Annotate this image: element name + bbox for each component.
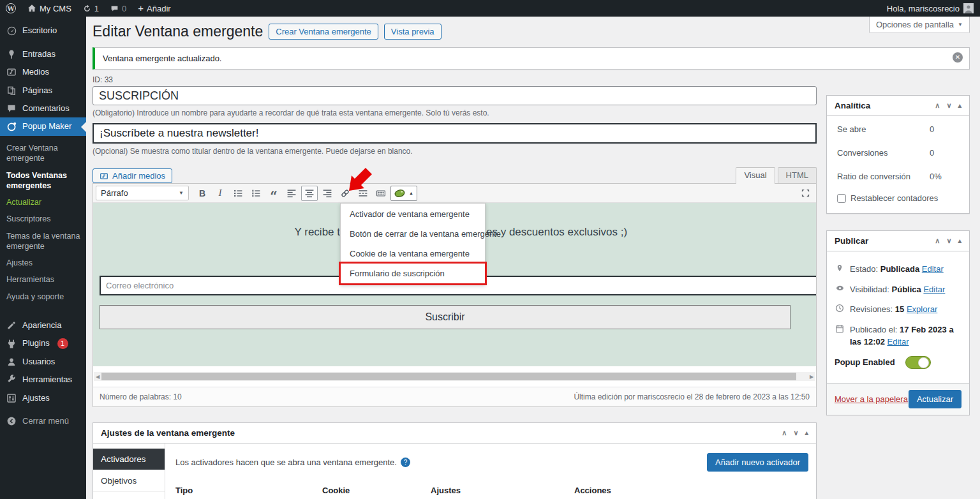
- new-content-menu[interactable]: + Añadir: [132, 0, 176, 17]
- column-ajustes: Ajustes: [431, 486, 574, 495]
- sidebar-item-label: Apariencia: [22, 320, 61, 331]
- sidebar-collapse-button[interactable]: Cerrar menú: [0, 412, 86, 430]
- tab-visual[interactable]: Visual: [736, 167, 775, 184]
- preview-button[interactable]: Vista previa: [384, 24, 442, 40]
- align-center-button[interactable]: [301, 186, 318, 201]
- move-down-icon[interactable]: ∨: [946, 237, 951, 245]
- move-down-icon[interactable]: ∨: [946, 101, 951, 110]
- numbered-list-button[interactable]: [248, 186, 264, 201]
- link-button[interactable]: [337, 186, 353, 201]
- tab-objetivos[interactable]: Objetivos: [93, 470, 165, 492]
- popup-name-input[interactable]: [93, 86, 817, 105]
- scrollbar-thumb[interactable]: [101, 373, 796, 380]
- sidebar-item-popup-maker[interactable]: Popup Maker: [0, 117, 86, 136]
- menu-item-cookie[interactable]: Cookie de la ventana emergente: [341, 244, 485, 264]
- move-to-trash-link[interactable]: Mover a la papelera: [835, 394, 908, 404]
- subscribe-button[interactable]: Suscribir: [100, 305, 791, 329]
- sidebar-item-plugins[interactable]: Plugins 1: [0, 334, 86, 353]
- submenu-todos-ventanas[interactable]: Todos Ventanas emergentes: [0, 167, 86, 195]
- menu-item-close-button[interactable]: Botón de cerrar de la ventana emergente: [341, 224, 485, 244]
- read-more-button[interactable]: [355, 186, 371, 201]
- align-right-button[interactable]: [319, 186, 336, 201]
- scroll-right-icon[interactable]: ▶: [808, 372, 815, 381]
- edit-visibility-link[interactable]: Editar: [923, 285, 945, 294]
- add-trigger-button[interactable]: Añadir nuevo activador: [707, 453, 808, 472]
- collapse-panel-icon[interactable]: ▴: [958, 101, 961, 110]
- submenu-ayuda[interactable]: Ayuda y soporte: [0, 288, 86, 305]
- update-button[interactable]: Actualizar: [909, 390, 961, 408]
- editor-mode-tabs: Visual HTML: [733, 167, 817, 183]
- horizontal-scrollbar[interactable]: ◀ ▶: [94, 372, 815, 381]
- scroll-left-icon[interactable]: ◀: [94, 372, 101, 381]
- publish-panel: Publicar ∧ ∨ ▴ Estado: Publicada Editar: [826, 230, 970, 415]
- italic-button[interactable]: I: [212, 186, 228, 201]
- sidebar-item-escritorio[interactable]: Escritorio: [0, 22, 86, 40]
- dismiss-notice-icon[interactable]: ✕: [953, 52, 963, 63]
- sidebar-item-comentarios[interactable]: Comentarios: [0, 100, 86, 117]
- paragraph-format-select[interactable]: Párrafo ▼: [96, 186, 189, 200]
- site-link[interactable]: My CMS: [22, 0, 77, 17]
- account-menu[interactable]: Hola, mariscosrecio: [880, 3, 980, 13]
- media-icon: [6, 67, 17, 77]
- update-icon: [83, 4, 91, 13]
- update-notice: Ventana emergente actualizado. ✕: [93, 47, 970, 70]
- toolbar-toggle-button[interactable]: [373, 186, 389, 201]
- sidebar-item-paginas[interactable]: Páginas: [0, 82, 86, 100]
- sidebar-item-label: Plugins: [22, 338, 50, 348]
- fullscreen-button[interactable]: [797, 186, 813, 201]
- submenu-ajustes[interactable]: Ajustes: [0, 255, 86, 271]
- popup-title-input[interactable]: [93, 123, 817, 144]
- menu-item-trigger[interactable]: Activador de ventana emergente: [341, 204, 485, 224]
- sidebar-item-herramientas[interactable]: Herramientas: [0, 371, 86, 389]
- collapse-panel-icon[interactable]: ▴: [805, 429, 808, 437]
- comments-count: 0: [122, 4, 126, 13]
- paragraph-label: Párrafo: [101, 188, 128, 198]
- comment-icon: [110, 4, 119, 13]
- metric-value: 0: [930, 124, 959, 134]
- blockquote-button[interactable]: “: [265, 186, 282, 201]
- align-left-button[interactable]: [283, 186, 300, 201]
- sidebar-item-entradas[interactable]: Entradas: [0, 45, 86, 63]
- add-media-button[interactable]: Añadir medios: [93, 168, 172, 183]
- submenu-herramientas[interactable]: Herramientas: [0, 271, 86, 288]
- browse-revisions-link[interactable]: Explorar: [907, 304, 937, 314]
- create-popup-button[interactable]: Crear Ventana emergente: [269, 24, 378, 40]
- move-up-icon[interactable]: ∧: [935, 101, 940, 110]
- submenu-crear-ventana[interactable]: Crear Ventana emergente: [0, 140, 86, 167]
- eye-icon: [835, 283, 845, 296]
- metric-label: Ratio de conversión: [837, 172, 910, 181]
- sidebar-item-label: Páginas: [22, 86, 52, 96]
- screen-options-button[interactable]: Opciones de pantalla ▼: [869, 17, 970, 33]
- tab-visualizacion[interactable]: Visualización: [93, 492, 165, 499]
- move-up-icon[interactable]: ∧: [935, 237, 940, 245]
- move-down-icon[interactable]: ∨: [793, 429, 798, 437]
- popup-maker-shortcode-button[interactable]: ▲: [390, 186, 417, 201]
- popup-enabled-toggle[interactable]: [905, 356, 931, 369]
- wordpress-menu[interactable]: W: [0, 0, 22, 17]
- dashboard-icon: [6, 26, 17, 36]
- updates-indicator[interactable]: 1: [77, 0, 105, 17]
- sidebar-item-ajustes[interactable]: Ajustes: [0, 389, 86, 407]
- tab-activadores[interactable]: Activadores: [93, 449, 165, 470]
- collapse-panel-icon[interactable]: ▴: [958, 237, 961, 245]
- bold-button[interactable]: B: [194, 186, 211, 201]
- edit-status-link[interactable]: Editar: [922, 264, 944, 274]
- menu-item-subscription-form[interactable]: Formulario de suscripción: [341, 264, 485, 283]
- reset-counts-label: Restablecer contadores: [850, 193, 938, 203]
- submenu-temas[interactable]: Temas de la ventana emergente: [0, 228, 86, 255]
- move-up-icon[interactable]: ∧: [782, 429, 787, 437]
- analytics-row-opens: Se abre 0: [837, 117, 959, 141]
- tab-html[interactable]: HTML: [778, 167, 817, 183]
- submenu-suscriptores[interactable]: Suscriptores: [0, 211, 86, 227]
- sidebar-item-medios[interactable]: Medios: [0, 63, 86, 81]
- sidebar-item-usuarios[interactable]: Usuarios: [0, 353, 86, 371]
- help-icon[interactable]: ?: [401, 458, 410, 467]
- editor-toolbar: Párrafo ▼ B I “: [93, 184, 816, 203]
- comments-indicator[interactable]: 0: [105, 0, 132, 17]
- sidebar-item-label: Entradas: [22, 49, 56, 59]
- sidebar-item-apariencia[interactable]: Apariencia: [0, 317, 86, 334]
- reset-counts-checkbox[interactable]: [837, 194, 846, 203]
- bullet-list-button[interactable]: [230, 186, 246, 201]
- submenu-actualizar[interactable]: Actualizar: [0, 194, 86, 211]
- edit-published-link[interactable]: Editar: [887, 337, 909, 346]
